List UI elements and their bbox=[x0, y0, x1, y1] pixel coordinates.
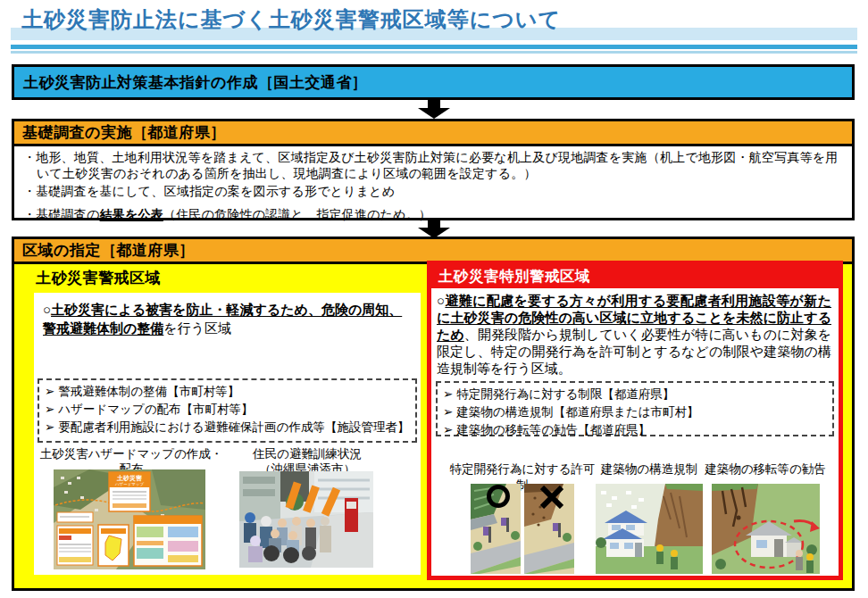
special-zone-measures: ➢特定開発行為に対する制限【都道府県】 ➢建築物の構造規制【都道府県または市町村… bbox=[436, 381, 834, 436]
measure-item: ➢ハザードマップの配布【市町村等】 bbox=[45, 401, 410, 419]
measure-item: ➢要配慮者利用施設における避難確保計画の作成等【施設管理者】 bbox=[45, 419, 410, 436]
special-zone-purpose: ○避難に配慮を要する方々が利用する要配慮者利用施設等が新たに土砂災害の危険性の高… bbox=[437, 292, 831, 377]
arrow-bullet-icon: ➢ bbox=[443, 423, 453, 436]
page-title: 土砂災害防止法に基づく土砂災害警戒区域等について bbox=[21, 5, 561, 34]
permit-illustration-caption: 特定開発行為に対する許可制 bbox=[444, 461, 601, 494]
designation-box-title: 区域の指定［都道府県］ bbox=[22, 240, 195, 261]
designation-box: 区域の指定［都道府県］ 土砂災害警戒区域 ○土砂災害による被害を防止・軽減するた… bbox=[12, 237, 855, 591]
warning-zone-measures: ➢警戒避難体制の整備【市町村等】 ➢ハザードマップの配布【市町村等】 ➢要配慮者… bbox=[38, 378, 417, 443]
hazard-map-inset bbox=[98, 525, 129, 566]
measure-item: ➢警戒避難体制の整備【市町村等】 bbox=[45, 383, 410, 401]
survey-box-header: 基礎調査の実施［都道府県］ bbox=[14, 121, 852, 146]
relocation-illustration-caption: 建築物の移転等の勧告 bbox=[703, 461, 828, 478]
guideline-box: 土砂災害防止対策基本指針の作成［国土交通省］ bbox=[12, 64, 855, 100]
measure-item: ➢建築物の移転等の勧告【都道府県】 bbox=[443, 421, 827, 439]
evacuation-drill-photo bbox=[239, 471, 373, 568]
hazard-map-info-panel bbox=[134, 516, 202, 566]
relocation-advice-illustration bbox=[712, 484, 820, 574]
hazard-map-title-panel: 土砂災害 ハザードマップ bbox=[109, 472, 150, 511]
guideline-box-title: 土砂災害防止対策基本指針の作成［国土交通省］ bbox=[23, 72, 367, 93]
measure-item: ➢特定開発行為に対する制限【都道府県】 bbox=[443, 386, 827, 403]
survey-bullet-1: ・地形、地質、土地利用状況等を踏まえて、区域指定及び土砂災害防止対策に必要な机上… bbox=[23, 150, 843, 181]
survey-box-title: 基礎調査の実施［都道府県］ bbox=[22, 122, 226, 143]
hazard-map-banner-title: 土砂災害 bbox=[116, 474, 142, 482]
title-stripe-dark bbox=[11, 45, 857, 49]
down-arrow-icon bbox=[414, 220, 454, 238]
arrow-bullet-icon: ➢ bbox=[45, 385, 54, 398]
survey-box: 基礎調査の実施［都道府県］ ・地形、地質、土地利用状況等を踏まえて、区域指定及び… bbox=[12, 119, 855, 220]
down-arrow-icon bbox=[414, 100, 454, 119]
special-zone-panel: 土砂災害特別警戒区域 ○避難に配慮を要する方々が利用する要配慮者利用施設等が新た… bbox=[427, 261, 843, 580]
survey-bullet-2: ・基礎調査を基にして、区域指定の案を図示する形でとりまとめ bbox=[23, 184, 843, 200]
allowed-circle-icon bbox=[487, 485, 510, 508]
measure-item: ➢建築物の構造規制【都道府県または市町村】 bbox=[443, 403, 827, 421]
worker-figure bbox=[671, 550, 678, 569]
arrow-bullet-icon: ➢ bbox=[45, 420, 54, 434]
arrow-bullet-icon: ➢ bbox=[443, 387, 453, 401]
hazard-map-legend-panel bbox=[57, 526, 93, 565]
person-figure bbox=[796, 550, 803, 570]
survey-box-body: ・地形、地質、土地利用状況等を踏まえて、区域指定及び土砂災害防止対策に必要な机上… bbox=[14, 146, 852, 222]
hazard-map-banner-subtitle: ハザードマップ bbox=[114, 482, 145, 486]
structure-illustration-caption: 建築物の構造規制 bbox=[587, 461, 712, 478]
denied-cross-icon bbox=[540, 486, 563, 509]
vending-machine bbox=[345, 498, 358, 532]
arrow-bullet-icon: ➢ bbox=[443, 405, 453, 419]
person-figure bbox=[806, 553, 814, 573]
special-zone-heading: 土砂災害特別警戒区域 bbox=[431, 265, 839, 288]
hazard-map-photo: 土砂災害 ハザードマップ bbox=[54, 469, 205, 569]
arrow-bullet-icon: ➢ bbox=[45, 403, 54, 416]
title-stripe-light bbox=[11, 51, 857, 54]
survey-publish-emphasis: 結果を公表 bbox=[100, 207, 163, 221]
warning-zone-panel: ○土砂災害による被害を防止・軽減するため、危険の周知、警戒避難体制の整備を行う区… bbox=[34, 293, 421, 575]
structure-regulation-illustration bbox=[596, 484, 703, 574]
warning-zone-heading: 土砂災害警戒区域 bbox=[36, 268, 161, 288]
warning-zone-purpose: ○土砂災害による被害を防止・軽減するため、危険の周知、警戒避難体制の整備を行う区… bbox=[43, 300, 413, 337]
worker-figure bbox=[656, 544, 664, 564]
